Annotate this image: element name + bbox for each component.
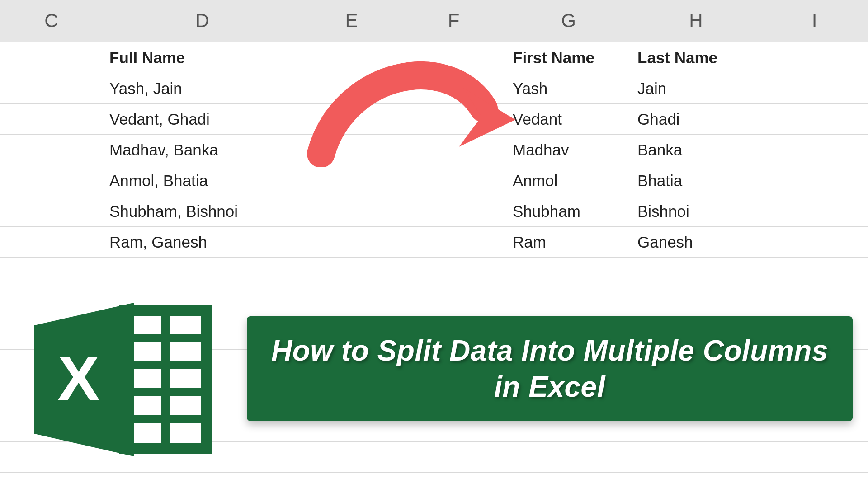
cell-last-name[interactable]: Ghadi [631, 104, 761, 134]
cell-first-name[interactable]: Vedant [506, 104, 631, 134]
cell[interactable] [0, 104, 103, 134]
cell-full-name[interactable]: Shubham, Bishnoi [103, 196, 302, 226]
cell[interactable] [0, 135, 103, 165]
cell[interactable] [0, 258, 103, 288]
cell[interactable] [103, 258, 302, 288]
cell-first-name[interactable]: Anmol [506, 165, 631, 196]
cell[interactable] [0, 165, 103, 196]
column-header-g[interactable]: G [506, 0, 631, 42]
cell[interactable] [761, 196, 868, 226]
cell[interactable] [401, 73, 506, 103]
cell[interactable] [761, 227, 868, 257]
cell[interactable] [302, 42, 401, 73]
table-row: Vedant, Ghadi Vedant Ghadi [0, 104, 868, 135]
table-row: Anmol, Bhatia Anmol Bhatia [0, 165, 868, 196]
table-row [0, 258, 868, 288]
cell[interactable] [302, 227, 401, 257]
table-row: Yash, Jain Yash Jain [0, 73, 868, 104]
cell[interactable] [761, 288, 868, 319]
column-header-e[interactable]: E [302, 0, 401, 42]
cell[interactable] [761, 42, 868, 73]
cell[interactable] [631, 258, 761, 288]
cell[interactable] [302, 442, 401, 472]
cell-last-name[interactable]: Ganesh [631, 227, 761, 257]
cell-full-name[interactable]: Madhav, Banka [103, 135, 302, 165]
cell[interactable] [302, 165, 401, 196]
svg-text:X: X [57, 343, 99, 413]
cell[interactable] [302, 135, 401, 165]
cell[interactable] [761, 135, 868, 165]
cell[interactable] [506, 288, 631, 319]
cell[interactable] [302, 258, 401, 288]
cell[interactable] [631, 442, 761, 472]
table-row: Shubham, Bishnoi Shubham Bishnoi [0, 196, 868, 227]
header-last-name[interactable]: Last Name [631, 42, 761, 73]
cell-full-name[interactable]: Ram, Ganesh [103, 227, 302, 257]
column-header-f[interactable]: F [401, 0, 506, 42]
cell-first-name[interactable]: Madhav [506, 135, 631, 165]
table-row: Madhav, Banka Madhav Banka [0, 135, 868, 165]
cell[interactable] [302, 73, 401, 103]
cell[interactable] [401, 135, 506, 165]
column-header-c[interactable]: C [0, 0, 103, 42]
cell[interactable] [0, 42, 103, 73]
cell-full-name[interactable]: Anmol, Bhatia [103, 165, 302, 196]
cell[interactable] [761, 165, 868, 196]
cell-full-name[interactable]: Vedant, Ghadi [103, 104, 302, 134]
cell-first-name[interactable]: Yash [506, 73, 631, 103]
cell-last-name[interactable]: Bhatia [631, 165, 761, 196]
cell[interactable] [401, 442, 506, 472]
column-header-d[interactable]: D [103, 0, 302, 42]
cell[interactable] [506, 442, 631, 472]
cell-last-name[interactable]: Banka [631, 135, 761, 165]
cell[interactable] [761, 104, 868, 134]
table-row: Ram, Ganesh Ram Ganesh [0, 227, 868, 258]
cell-last-name[interactable]: Bishnoi [631, 196, 761, 226]
cell[interactable] [761, 442, 868, 472]
cell[interactable] [401, 165, 506, 196]
column-headers-row: C D E F G H I [0, 0, 868, 42]
cell[interactable] [761, 258, 868, 288]
cell[interactable] [401, 104, 506, 134]
cell-first-name[interactable]: Ram [506, 227, 631, 257]
cell[interactable] [401, 42, 506, 73]
cell[interactable] [401, 258, 506, 288]
cell-first-name[interactable]: Shubham [506, 196, 631, 226]
cell[interactable] [761, 73, 868, 103]
column-header-h[interactable]: H [631, 0, 761, 42]
cell[interactable] [0, 73, 103, 103]
header-full-name[interactable]: Full Name [103, 42, 302, 73]
cell-last-name[interactable]: Jain [631, 73, 761, 103]
cell[interactable] [401, 196, 506, 226]
cell[interactable] [0, 196, 103, 226]
excel-icon: X [21, 298, 215, 461]
table-row: Full Name First Name Last Name [0, 42, 868, 73]
header-first-name[interactable]: First Name [506, 42, 631, 73]
cell[interactable] [0, 227, 103, 257]
cell[interactable] [302, 104, 401, 134]
cell[interactable] [631, 288, 761, 319]
cell[interactable] [506, 258, 631, 288]
title-banner: How to Split Data Into Multiple Columns … [247, 316, 853, 421]
cell[interactable] [401, 227, 506, 257]
cell[interactable] [302, 288, 401, 319]
cell-full-name[interactable]: Yash, Jain [103, 73, 302, 103]
cell[interactable] [302, 196, 401, 226]
cell[interactable] [401, 288, 506, 319]
banner-title: How to Split Data Into Multiple Columns … [265, 333, 835, 405]
column-header-i[interactable]: I [761, 0, 868, 42]
